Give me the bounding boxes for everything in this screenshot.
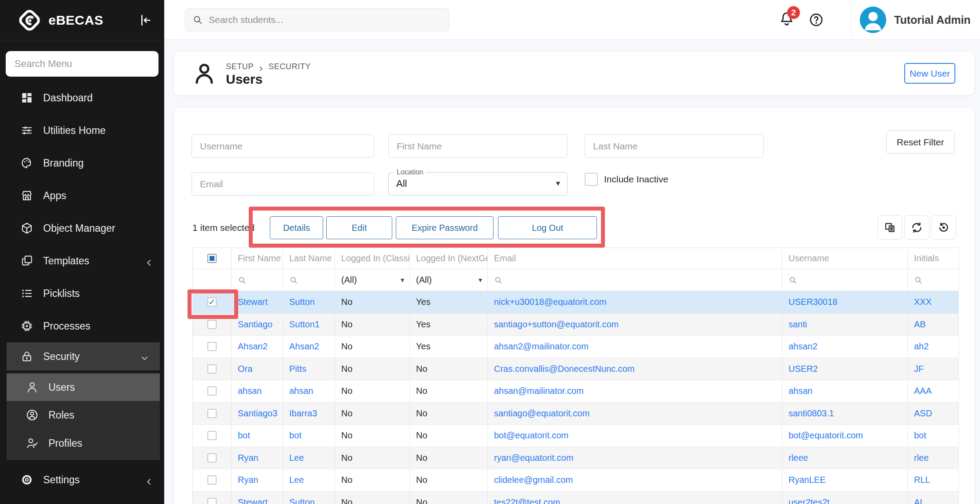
row-checkbox[interactable] [207,475,217,485]
cell-first-name[interactable]: Ryan [232,469,283,491]
cell-email[interactable]: santiago@equatorit.com [488,403,782,425]
new-user-button[interactable]: New User [904,63,955,84]
cell-last-name[interactable]: bot [283,425,335,447]
row-checkbox[interactable] [207,342,217,351]
revert-button[interactable] [931,215,956,240]
breadcrumb-setup[interactable]: SETUP [226,62,254,71]
filter-last-name-input[interactable] [585,134,764,158]
sidebar-item-profiles[interactable]: Profiles [7,429,160,457]
expire-password-button[interactable]: Expire Password [396,216,494,239]
sidebar-item-roles[interactable]: Roles [7,401,160,429]
cell-last-name[interactable]: ahsan [283,380,335,402]
sidebar-item-settings[interactable]: Settings [0,463,164,496]
cell-first-name[interactable]: Santiago3 [232,403,283,425]
filter-cell-logged-in-nextgen[interactable]: (All)▾ [410,269,488,291]
filter-cell-username[interactable] [782,269,908,291]
cell-initials[interactable]: RLL [908,469,959,491]
cell-last-name[interactable]: Ahsan2 [283,336,335,358]
cell-last-name[interactable]: Lee [283,469,335,491]
cell-select[interactable] [193,314,232,336]
header-logged-in-nextgen[interactable]: Logged In (NextGen)↓ [410,248,488,269]
row-checkbox[interactable] [207,498,217,504]
header-username[interactable]: Username [782,248,908,269]
cell-select[interactable] [193,469,232,491]
filter-cell-first-name[interactable] [232,269,283,291]
edit-button[interactable]: Edit [326,216,392,239]
cell-select[interactable] [193,492,232,504]
cell-initials[interactable]: JF [908,358,959,380]
sidebar-item-dashboard[interactable]: Dashboard [0,82,164,114]
cell-email[interactable]: ryan@equatorit.com [488,447,782,469]
cell-last-name[interactable]: Sutton [283,492,335,504]
sidebar-item-users[interactable]: Users [7,374,160,401]
filter-first-name-input[interactable] [388,134,567,158]
cell-email[interactable]: ahsan2@mailinator.com [488,336,782,358]
table-row[interactable]: botbotNoNobot@equatorit.combot@equatorit… [193,425,958,447]
cell-first-name[interactable]: ahsan [232,380,283,402]
cell-email[interactable]: santiago+sutton@equatorit.com [488,314,782,336]
cell-select[interactable] [193,380,232,402]
sidebar-item-templates[interactable]: Templates [0,245,164,277]
filter-cell-email[interactable] [488,269,782,291]
sidebar-item-picklists[interactable]: Picklists [0,277,164,310]
row-checkbox[interactable] [207,431,217,440]
header-email[interactable]: Email [488,248,782,269]
cell-username[interactable]: USER30018 [782,291,908,313]
cell-select[interactable] [193,425,232,447]
cell-initials[interactable]: ASD [908,403,959,425]
sidebar-item-object-manager[interactable]: Object Manager [0,212,164,245]
cell-select[interactable] [193,403,232,425]
cell-select[interactable] [193,447,232,469]
sidebar-search-input[interactable] [6,51,158,77]
row-checkbox[interactable]: ✓ [207,297,217,307]
cell-username[interactable]: user2tes2t [782,492,908,504]
cell-initials[interactable]: XXX [908,291,959,313]
sidebar-item-utilities-home[interactable]: Utilities Home [0,114,164,147]
header-logged-in-classic[interactable]: Logged In (Classic) [335,248,410,269]
header-first-name[interactable]: First Name [232,248,283,269]
cell-initials[interactable]: bot [908,425,959,447]
filter-cell-initials[interactable] [908,269,959,291]
notifications-button[interactable]: 2 [778,11,797,29]
location-select[interactable]: Location All ▾ [388,172,567,196]
row-checkbox[interactable] [207,364,217,374]
column-chooser-button[interactable] [877,215,903,240]
sidebar-item-security[interactable]: Security [7,342,160,371]
cell-select[interactable] [193,358,232,380]
header-initials[interactable]: Initials [908,248,959,269]
filter-cell-last-name[interactable] [283,269,335,291]
cell-first-name[interactable]: Ahsan2 [232,336,283,358]
cell-last-name[interactable]: Lee [283,447,335,469]
sidebar-item-branding[interactable]: Branding [0,147,164,179]
include-inactive-checkbox[interactable] [585,173,598,186]
cell-first-name[interactable]: Stewart [232,291,283,313]
table-row[interactable]: StewartSuttonNoNotes22t@test.comuser2tes… [193,492,958,504]
cell-username[interactable]: santi0803.1 [782,403,908,425]
table-row[interactable]: OraPittsNoNoCras.convallis@DonecestNunc.… [193,358,958,381]
filter-cell-logged-in-classic[interactable]: (All)▾ [335,269,410,291]
row-checkbox[interactable] [207,409,217,418]
cell-select[interactable]: ✓ [193,291,232,313]
cell-initials[interactable]: rlee [908,447,959,469]
cell-username[interactable]: rleee [782,447,908,469]
filter-email-input[interactable] [192,172,374,196]
cell-email[interactable]: nick+u30018@equatorit.com [488,291,782,313]
cell-first-name[interactable]: Ryan [232,447,283,469]
cell-email[interactable]: tes22t@test.com [488,492,782,504]
user-name[interactable]: Tutorial Admin [894,0,971,40]
cell-last-name[interactable]: Pitts [283,358,335,380]
table-row[interactable]: RyanLeeNoNoryan@equatorit.comrleeerlee [193,447,958,470]
cell-email[interactable]: bot@equatorit.com [488,425,782,447]
refresh-button[interactable] [904,215,929,240]
sidebar-collapse-icon[interactable] [139,13,153,27]
sidebar-item-processes[interactable]: Processes [0,310,164,342]
cell-initials[interactable]: AB [908,314,959,336]
table-row[interactable]: RyanLeeNoNoclidelee@gmail.comRyanLEERLL [193,469,958,492]
cell-initials[interactable]: AL [908,492,959,504]
row-checkbox[interactable] [207,453,217,463]
cell-email[interactable]: Cras.convallis@DonecestNunc.com [488,358,782,380]
cell-last-name[interactable]: Sutton [283,291,335,313]
table-row[interactable]: ahsanahsanNoNoahsan@mailinator.comahsanA… [193,380,958,403]
details-button[interactable]: Details [270,216,323,239]
table-row[interactable]: SantiagoSutton1NoYessantiago+sutton@equa… [193,314,958,336]
